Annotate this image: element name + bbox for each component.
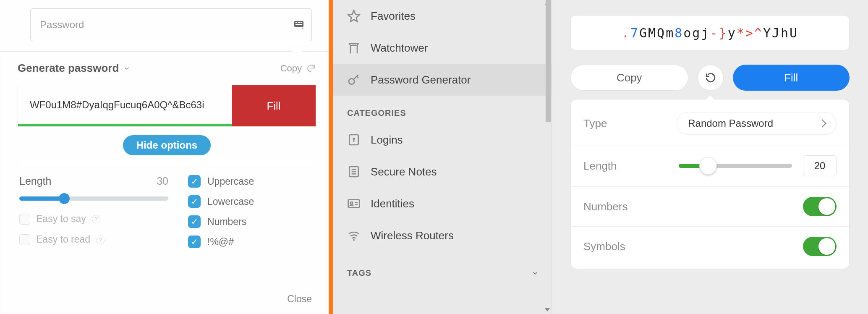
symbols-row: Symbols (571, 227, 849, 266)
panel-divider (329, 0, 333, 314)
id-card-icon (347, 197, 361, 210)
tower-icon (347, 41, 361, 55)
popup-title: Generate password (18, 62, 119, 75)
check-icon: ✓ (188, 195, 201, 208)
star-icon (347, 9, 361, 23)
numbers-toggle[interactable] (803, 197, 837, 216)
numbers-row: Numbers (571, 187, 849, 227)
password-input[interactable]: Password 1 (30, 8, 312, 41)
svg-rect-9 (353, 139, 355, 142)
help-icon[interactable]: ? (92, 215, 100, 223)
password-manager-icon[interactable]: 1 (293, 20, 305, 30)
check-icon: ✓ (188, 215, 201, 228)
svg-point-15 (350, 202, 353, 204)
password-placeholder: Password (40, 19, 84, 31)
help-icon[interactable]: ? (96, 236, 105, 244)
uppercase-checkbox[interactable]: ✓ Uppercase (188, 175, 254, 188)
refresh-icon (705, 72, 716, 83)
symbols-toggle[interactable] (803, 237, 837, 256)
tags-header[interactable]: TAGS (333, 251, 552, 286)
onepassword-sidebar: Favorites Watchtower Password Generator … (333, 0, 552, 314)
sidebar-item-password-generator[interactable]: Password Generator (333, 64, 552, 96)
type-selector[interactable]: Random Password (677, 112, 837, 135)
generated-password-value: WF0u1M8#DyaIqgFucuq6A0Q^&Bc63i (30, 99, 204, 111)
onepassword-generator-panel: .7GMQm8ogj-}y*>^YJhU Copy Fill Type Rand… (552, 0, 868, 314)
generated-password-display[interactable]: .7GMQm8ogj-}y*>^YJhU (570, 15, 850, 50)
check-icon: ✓ (188, 236, 201, 248)
svg-rect-1 (295, 22, 297, 23)
svg-rect-3 (301, 22, 302, 23)
svg-rect-14 (348, 200, 360, 208)
radio-icon (19, 214, 30, 225)
wifi-icon (347, 229, 361, 242)
length-label: Length (583, 160, 617, 173)
length-label: Length (19, 175, 51, 187)
length-value: 30 (157, 175, 168, 187)
type-label: Type (583, 117, 607, 130)
svg-point-18 (353, 239, 355, 241)
length-slider[interactable] (19, 196, 168, 201)
easy-to-read-radio[interactable]: Easy to read ? (19, 234, 168, 245)
fill-button[interactable]: Fill (733, 65, 850, 91)
sidebar-item-wireless-routers[interactable]: Wireless Routers (333, 220, 552, 251)
sidebar-item-logins[interactable]: Logins (333, 124, 552, 156)
popup-title-row[interactable]: Generate password (18, 62, 131, 75)
length-value-box[interactable]: 20 (803, 155, 837, 176)
lastpass-panel: Password 1 Generate password Copy WF0u1M… (0, 0, 329, 314)
symbols-label: Symbols (583, 240, 625, 253)
numbers-label: Numbers (583, 200, 627, 213)
generate-password-popup: Generate password Copy WF0u1M8#DyaIqgFuc… (0, 51, 329, 314)
check-icon: ✓ (188, 175, 201, 188)
scroll-up-icon[interactable] (545, 2, 550, 5)
svg-rect-2 (298, 22, 300, 23)
copy-label: Copy (280, 63, 302, 74)
length-row: Length 20 (571, 145, 849, 187)
sidebar-item-favorites[interactable]: Favorites (333, 0, 552, 32)
generated-password-field[interactable]: WF0u1M8#DyaIqgFucuq6A0Q^&Bc63i (18, 85, 232, 126)
categories-header: CATEGORIES (333, 96, 552, 124)
chevron-down-icon (531, 270, 539, 277)
svg-point-6 (349, 78, 354, 84)
symbols-checkbox[interactable]: ✓ !%@# (188, 236, 254, 248)
chevron-down-icon (123, 65, 131, 72)
length-slider[interactable] (679, 164, 792, 168)
copy-link[interactable]: Copy (280, 63, 316, 74)
hide-options-button[interactable]: Hide options (123, 135, 211, 155)
generator-options-card: Type Random Password Length 20 Numbers S… (570, 99, 850, 269)
sidebar-item-identities[interactable]: Identities (333, 188, 552, 220)
refresh-icon[interactable] (306, 63, 316, 73)
lowercase-checkbox[interactable]: ✓ Lowercase (188, 195, 254, 208)
easy-to-say-radio[interactable]: Easy to say ? (19, 213, 168, 225)
svg-rect-4 (295, 24, 302, 25)
sidebar-item-secure-notes[interactable]: Secure Notes (333, 156, 552, 188)
notes-icon (347, 165, 361, 178)
regenerate-button[interactable] (698, 65, 724, 91)
key-icon (347, 73, 361, 86)
lock-keyhole-icon (347, 133, 361, 147)
radio-icon (19, 234, 30, 245)
chevron-right-icon (818, 119, 826, 128)
svg-text:1: 1 (302, 26, 304, 30)
numbers-checkbox[interactable]: ✓ Numbers (188, 215, 254, 228)
type-row[interactable]: Type Random Password (571, 102, 849, 145)
sidebar-item-watchtower[interactable]: Watchtower (333, 32, 552, 64)
copy-button[interactable]: Copy (570, 65, 688, 91)
fill-button[interactable]: Fill (232, 85, 316, 126)
close-button[interactable]: Close (18, 284, 316, 314)
scroll-down-icon[interactable] (545, 308, 550, 311)
